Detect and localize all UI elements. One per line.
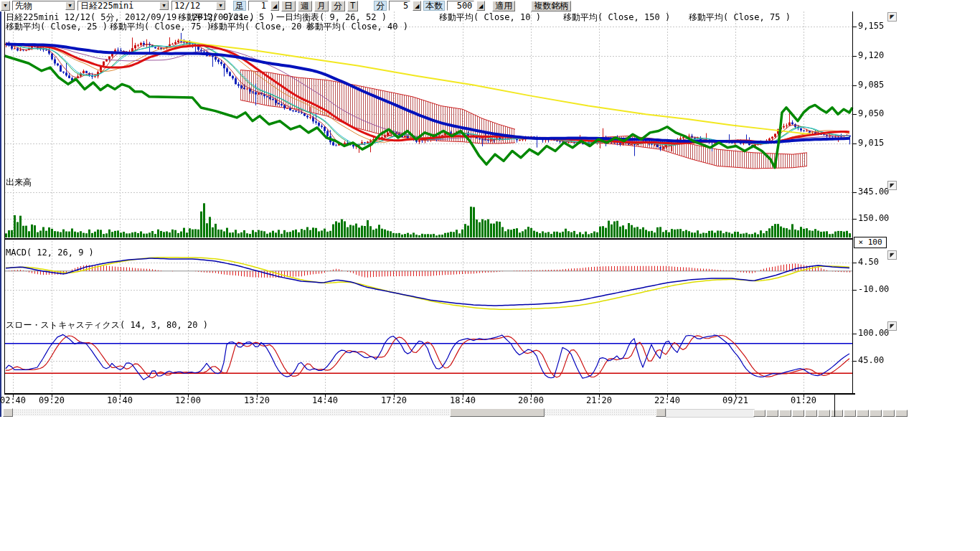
pane-collapse-dropdown[interactable]: ▼	[1, 1, 10, 11]
price-axis-label: 9,155	[858, 22, 884, 31]
mini-tool-button[interactable]	[805, 410, 817, 417]
mini-tool-button[interactable]	[779, 410, 791, 417]
time-axis-label: 21:20	[576, 396, 622, 405]
bar-interval-input[interactable]: 1	[248, 1, 268, 11]
time-axis-label: 17:20	[371, 396, 417, 405]
contract-month-select[interactable]: 12/12 ▼	[171, 1, 226, 11]
minutes-spinner[interactable]: ◢	[413, 1, 421, 11]
bar-interval-spinner[interactable]: ◢	[270, 1, 279, 11]
stoch-panel-menu-button[interactable]: ◤	[887, 321, 897, 331]
macd-panel-label: MACD( 12, 26, 9 )	[6, 248, 94, 258]
toolbar: ▼ 先物 ▼ 日経225mini ▼ 12/12 ▼ 足 1 ◢ 日 週 月 分…	[0, 0, 980, 11]
time-axis-label: 18:40	[440, 396, 486, 405]
nw-arrow-icon: ◤	[890, 252, 894, 258]
indicator-label-ma75b: 移動平均( Close, 75 )	[689, 13, 791, 22]
apply-button[interactable]: 適用	[492, 1, 515, 11]
price-axis-label: 9,050	[858, 109, 884, 118]
indicator-label-ma10: 移動平均( Close, 10 )	[439, 13, 541, 22]
period-tick-button[interactable]: T	[347, 1, 358, 11]
instrument-type-select[interactable]: 先物 ▼	[12, 1, 75, 11]
price-panel-menu-button[interactable]: ◤	[887, 12, 897, 22]
chart-canvas[interactable]	[0, 0, 933, 418]
mini-tool-button[interactable]	[792, 410, 804, 417]
mini-tool-button[interactable]	[870, 410, 882, 417]
time-axis-label: 14:40	[302, 396, 348, 405]
bar-count-input[interactable]: 500	[447, 1, 474, 11]
macd-panel-menu-button[interactable]: ◤	[887, 250, 897, 260]
indicator-label-ma40: 移動平均( Close, 40 )	[306, 22, 408, 31]
mini-tool-button[interactable]	[882, 410, 895, 417]
minutes-input[interactable]: 5	[389, 1, 410, 11]
time-axis-label: 13:20	[234, 396, 280, 405]
price-axis-label: 9,085	[858, 80, 884, 90]
time-axis-label: 20:00	[508, 396, 554, 405]
time-axis-label: 09/21	[712, 396, 758, 405]
symbol-value: 日経225mini	[78, 1, 159, 10]
stoch-axis-label: 100.00	[858, 329, 889, 338]
indicator-label-ma75: 移動平均( Close, 75 )	[110, 22, 212, 31]
stoch-axis-label: 45.00	[858, 356, 884, 365]
period-day-button[interactable]: 日	[281, 1, 296, 11]
nw-arrow-icon: ◤	[890, 14, 894, 20]
mini-tool-button[interactable]	[753, 410, 765, 417]
bar-count-spinner[interactable]: ◢	[476, 1, 485, 11]
instrument-type-value: 先物	[13, 1, 65, 10]
scroll-left-button[interactable]	[3, 408, 13, 417]
nw-arrow-icon: ◤	[890, 182, 894, 189]
bar-type-label: 足	[233, 1, 246, 11]
mini-tool-button[interactable]	[844, 410, 856, 417]
macd-axis-label: 4.50	[858, 258, 879, 267]
mini-tool-button[interactable]	[831, 410, 843, 417]
contract-month-value: 12/12	[172, 1, 216, 10]
period-minute-button[interactable]: 分	[331, 1, 345, 11]
time-axis-label: 22:40	[644, 396, 690, 405]
bottom-mini-toolbar	[753, 410, 908, 417]
scroll-right-button[interactable]	[656, 408, 666, 417]
scrollbar-track[interactable]	[13, 409, 659, 416]
time-axis-label: 09:20	[29, 396, 75, 405]
chevron-down-icon[interactable]: ▼	[216, 1, 225, 10]
chart-application-window: ▼ 先物 ▼ 日経225mini ▼ 12/12 ▼ 足 1 ◢ 日 週 月 分…	[0, 0, 980, 551]
chevron-down-icon[interactable]: ▼	[159, 1, 169, 10]
mini-tool-button[interactable]	[857, 410, 869, 417]
chevron-down-icon: ▼	[3, 3, 8, 8]
indicator-label-ma5: 移動平均( Close, 5 )	[178, 13, 275, 22]
volume-multiplier-badge: × 100	[854, 237, 887, 248]
stoch-panel-label: スロー・ストキャスティクス( 14, 3, 80, 20 )	[6, 321, 208, 330]
volume-axis-label: 345.00	[858, 187, 889, 197]
price-axis-label: 9,120	[858, 51, 884, 60]
spinner-icon: ◢	[479, 3, 483, 9]
spinner-icon: ◢	[415, 3, 419, 9]
horizontal-scrollbar	[3, 408, 925, 417]
axis-divider-line	[834, 394, 835, 417]
indicator-label-ma20: 移動平均( Close, 20 )	[210, 22, 312, 31]
period-month-button[interactable]: 月	[314, 1, 329, 11]
spinner-icon: ◢	[273, 3, 277, 9]
mini-tool-button[interactable]	[766, 410, 778, 417]
bar-count-label: 本数	[423, 1, 445, 11]
volume-panel-label: 出来高	[6, 178, 32, 187]
symbol-select[interactable]: 日経225mini ▼	[77, 1, 169, 11]
chevron-down-icon[interactable]: ▼	[65, 1, 75, 10]
price-axis-label: 9,015	[858, 138, 884, 148]
indicator-label-ichimoku: 一目均衡表( 9, 26, 52 )	[276, 13, 387, 22]
mini-tool-button[interactable]	[818, 410, 830, 417]
time-axis-label: 10:40	[97, 396, 143, 405]
indicator-label-ma25: 移動平均( Close, 25 )	[6, 22, 108, 31]
time-axis-label: 01:20	[781, 396, 826, 405]
volume-panel-menu-button[interactable]: ◤	[887, 181, 897, 190]
scrollbar-thumb[interactable]	[450, 408, 545, 417]
mini-tool-button[interactable]	[895, 410, 908, 417]
macd-axis-label: -10.00	[858, 285, 889, 294]
time-axis-label: 12:00	[165, 396, 211, 405]
period-week-button[interactable]: 週	[298, 1, 312, 11]
minutes-label: 分	[374, 1, 387, 11]
volume-axis-label: 150.00	[858, 214, 889, 223]
nw-arrow-icon: ◤	[890, 323, 894, 329]
scrollbar-end-cap	[666, 409, 755, 418]
indicator-label-ma150: 移動平均( Close, 150 )	[563, 13, 670, 22]
multi-symbol-button[interactable]: 複数銘柄	[531, 1, 571, 11]
